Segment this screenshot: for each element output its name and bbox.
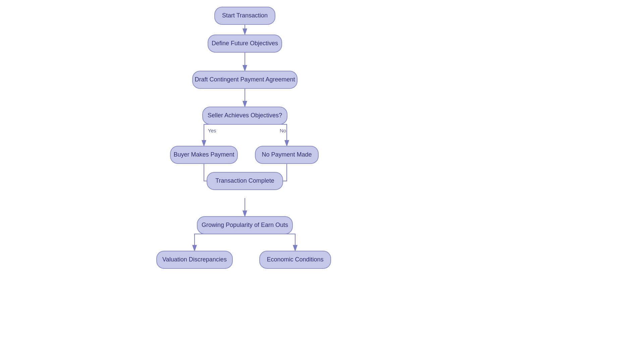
- valuation-label: Valuation Discrepancies: [162, 256, 227, 263]
- arrow-earnouts-valuation: [195, 234, 210, 251]
- transaction-complete-label: Transaction Complete: [215, 177, 274, 184]
- arrow-earnouts-economic: [280, 234, 295, 251]
- earnouts-label: Growing Popularity of Earn Outs: [202, 222, 288, 228]
- yes-label: Yes: [208, 128, 216, 133]
- no-label: No: [280, 128, 286, 133]
- flowchart-container: Yes No Start Transaction Define Future O…: [0, 0, 644, 362]
- seller-objectives-label: Seller Achieves Objectives?: [208, 112, 282, 119]
- buyer-payment-label: Buyer Makes Payment: [173, 151, 234, 158]
- economic-label: Economic Conditions: [267, 256, 323, 263]
- draft-agreement-label: Draft Contingent Payment Agreement: [195, 76, 295, 83]
- no-payment-label: No Payment Made: [262, 151, 312, 158]
- start-transaction-label: Start Transaction: [222, 12, 268, 19]
- define-objectives-label: Define Future Objectives: [212, 40, 278, 47]
